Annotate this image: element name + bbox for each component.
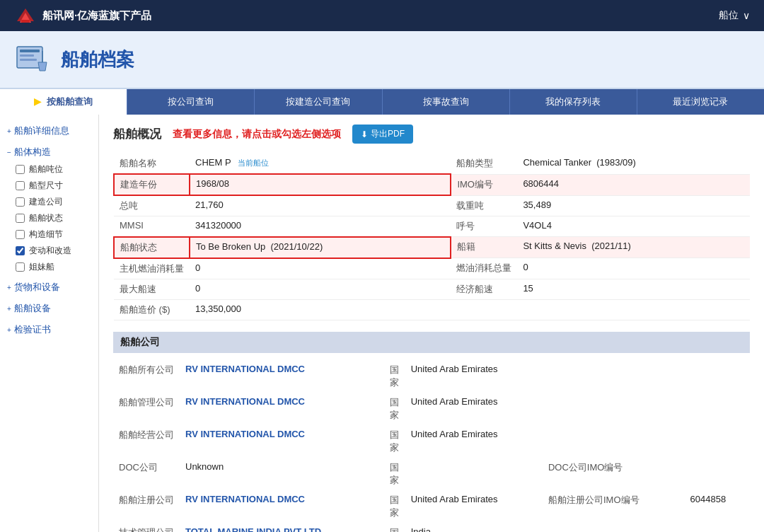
sidebar-item-sister-ship[interactable]: 姐妹船 (0, 259, 98, 275)
checkbox-sister-ship[interactable] (16, 262, 25, 272)
country-value: United Arab Emirates (405, 425, 543, 458)
field-label: 船舶名称 (114, 154, 190, 174)
checkbox-conversion[interactable] (16, 246, 25, 255)
tab-label: 按公司查询 (168, 96, 214, 107)
country-value: United Arab Emirates (405, 393, 543, 425)
tab-company-query[interactable]: 按公司查询 (127, 89, 255, 115)
field-value: 13,350,000 (190, 299, 451, 320)
sidebar-group-title-cargo[interactable]: + 货物和设备 (0, 278, 98, 296)
field-value: 15 (517, 279, 750, 299)
header-section: 船舶档案 (0, 31, 764, 89)
company-link[interactable]: RV INTERNATIONAL DMCC (185, 396, 305, 407)
sidebar-group-cargo: + 货物和设备 (0, 278, 98, 296)
field-label: 燃油消耗总量 (451, 258, 517, 279)
table-row: 技术管理公司 TOTAL MARINE INDIA PVT LTD 国家 Ind… (113, 523, 750, 533)
nav-position[interactable]: 船位 ∨ (719, 9, 750, 22)
nav-label: 船位 (719, 9, 739, 22)
sidebar-item-dimensions[interactable]: 船型尺寸 (0, 178, 98, 194)
sidebar-item-label: 船型尺寸 (29, 180, 63, 192)
table-row: 船舶经营公司 RV INTERNATIONAL DMCC 国家 United A… (113, 425, 750, 458)
extra-label: 船舶注册公司IMO编号 (543, 490, 685, 523)
table-row: 总吨 21,760 载重吨 35,489 (114, 195, 750, 216)
checkbox-tonnage[interactable] (16, 165, 25, 174)
tab-label: 我的保存列表 (545, 96, 601, 107)
sidebar-group-label: 货物和设备 (14, 281, 60, 294)
sidebar-item-construction-detail[interactable]: 构造细节 (0, 226, 98, 243)
logo-text: 船讯网·亿海蓝旗下产品 (42, 9, 151, 23)
sidebar-group-title-hull[interactable]: − 船体构造 (0, 143, 98, 161)
expand-icon: + (7, 305, 11, 313)
svg-rect-4 (20, 50, 40, 52)
table-row: 最大船速 0 经济船速 15 (114, 279, 750, 299)
expand-icon: + (7, 326, 11, 334)
sidebar-item-builder[interactable]: 建造公司 (0, 194, 98, 210)
company-link[interactable]: TOTAL MARINE INDIA PVT LTD (185, 526, 321, 533)
sidebar-group-label: 船舶设备 (14, 302, 51, 315)
sidebar-item-label: 变动和改造 (29, 245, 71, 257)
sidebar-group-title-equipment[interactable]: + 船舶设备 (0, 299, 98, 318)
checkbox-construction-detail[interactable] (16, 230, 25, 239)
field-value: 0 (517, 258, 750, 279)
table-row: 船舶管理公司 RV INTERNATIONAL DMCC 国家 United A… (113, 393, 750, 425)
field-label: 船舶类型 (451, 154, 517, 174)
field-label (451, 299, 517, 320)
svg-rect-2 (21, 20, 30, 23)
top-bar: 船讯网·亿海蓝旗下产品 船位 ∨ (0, 0, 764, 31)
sidebar-group-hull: − 船体构造 船舶吨位 船型尺寸 建造公司 船舶状态 构造细节 (0, 143, 98, 275)
main-content: + 船舶详细信息 − 船体构造 船舶吨位 船型尺寸 建造公司 (0, 115, 764, 532)
country-value (405, 458, 543, 490)
sidebar-group-title-ship-detail[interactable]: + 船舶详细信息 (0, 122, 98, 140)
field-value: Chemical Tanker (1983/09) (517, 154, 750, 174)
table-row: 船舶造价 ($) 13,350,000 (114, 299, 750, 320)
checkbox-ship-status[interactable] (16, 214, 25, 223)
company-row-label: 船舶注册公司 (113, 490, 180, 523)
company-link[interactable]: RV INTERNATIONAL DMCC (185, 429, 305, 439)
checkbox-builder[interactable] (16, 197, 25, 207)
tab-ship-query[interactable]: ▶ 按船舶查询 (0, 89, 127, 115)
extra-label (543, 360, 685, 393)
expand-icon: + (7, 284, 11, 291)
company-link[interactable]: RV INTERNATIONAL DMCC (185, 494, 305, 504)
field-label: 最大船速 (114, 279, 190, 299)
extra-label (543, 523, 685, 533)
country-label: 国家 (384, 523, 405, 533)
country-label: 国家 (384, 360, 405, 393)
table-row: 船舶所有公司 RV INTERNATIONAL DMCC 国家 United A… (113, 360, 750, 393)
company-row-label: 船舶管理公司 (113, 393, 180, 425)
field-value (517, 299, 750, 320)
extra-label (543, 425, 685, 458)
export-label: 导出PDF (371, 128, 405, 140)
sidebar-item-ship-status[interactable]: 船舶状态 (0, 210, 98, 226)
sidebar-group-label: 检验证书 (14, 323, 51, 336)
field-value: 0 (190, 258, 451, 279)
tab-builder-query[interactable]: 按建造公司查询 (255, 89, 382, 115)
field-value: 35,489 (517, 195, 750, 216)
field-label: 船籍 (451, 237, 517, 258)
tab-saved-list[interactable]: 我的保存列表 (510, 89, 637, 115)
field-label: 船舶造价 ($) (114, 299, 190, 320)
sidebar-group-label: 船舶详细信息 (14, 125, 69, 137)
sidebar-item-label: 建造公司 (29, 196, 63, 208)
sidebar-item-tonnage[interactable]: 船舶吨位 (0, 161, 98, 178)
sidebar-group-title-certificate[interactable]: + 检验证书 (0, 320, 98, 339)
company-link[interactable]: RV INTERNATIONAL DMCC (185, 364, 305, 374)
sidebar-group-equipment: + 船舶设备 (0, 299, 98, 318)
company-section-title: 船舶公司 (120, 336, 160, 347)
table-row: DOC公司 Unknown 国家 DOC公司IMO编号 (113, 458, 750, 490)
sidebar-item-conversion[interactable]: 变动和改造 (0, 243, 98, 259)
field-label: 建造年份 (114, 174, 190, 195)
overview-title: 船舶概况 (113, 126, 161, 142)
country-label: 国家 (384, 458, 405, 490)
country-label: 国家 (384, 490, 405, 523)
table-row: 主机燃油消耗量 0 燃油消耗总量 0 (114, 258, 750, 279)
tab-recent[interactable]: 最近浏览记录 (637, 89, 764, 115)
extra-label: DOC公司IMO编号 (543, 458, 685, 490)
checkbox-dimensions[interactable] (16, 181, 25, 190)
export-pdf-button[interactable]: ⬇ 导出PDF (352, 125, 413, 144)
field-value: St Kitts & Nevis (2021/11) (517, 237, 750, 258)
tab-accident-query[interactable]: 按事故查询 (383, 89, 510, 115)
field-value: 21,760 (190, 195, 451, 216)
current-position-link[interactable]: 当前船位 (238, 158, 269, 167)
company-row-value-unknown: Unknown (180, 458, 384, 490)
sidebar-item-label: 构造细节 (29, 229, 63, 241)
